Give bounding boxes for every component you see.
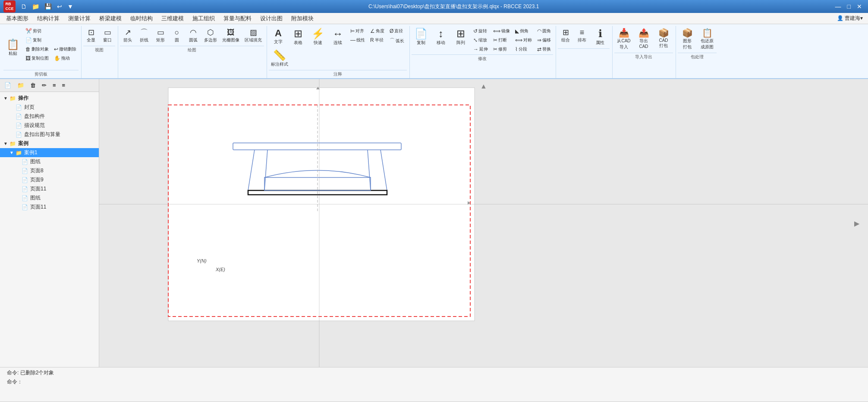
menu-3d[interactable]: 三维建模 (157, 13, 188, 24)
rotate-button[interactable]: ↺ 旋转 (471, 27, 490, 35)
move-button[interactable]: ↕ 移动 (431, 27, 450, 47)
svg-rect-1 (168, 88, 475, 321)
rect-icon: ▭ (157, 28, 164, 36)
full-view-button[interactable]: ⊡ 全显 (83, 27, 99, 45)
save-button[interactable]: 💾 (43, 2, 53, 11)
mod-copy-button[interactable]: 📄 复制 (412, 27, 431, 47)
export-cad-button[interactable]: 📤 导出 CAD (634, 27, 653, 51)
align-dim-button[interactable]: ⊨ 对齐 (348, 27, 367, 35)
minimize-button[interactable]: — (833, 2, 844, 11)
y-axis-label: Y(N) (197, 258, 207, 263)
rotate-icon: ↺ (473, 28, 478, 34)
delete-obj-button[interactable]: 🗑 删除对象 (23, 45, 51, 54)
circle-button[interactable]: ○ 圆 (169, 27, 185, 45)
copy-bitmap-button[interactable]: 🖼 复制位图 (23, 54, 51, 63)
user-area[interactable]: 👤 曹建海▾ (833, 15, 866, 22)
group-button[interactable]: ⊞ 组合 (558, 27, 573, 45)
sidebar-align-right-button[interactable]: ≡ (60, 81, 68, 90)
window-view-button[interactable]: ▭ 窗口 (100, 27, 115, 45)
arc-button[interactable]: ◠ 圆弧 (186, 27, 201, 45)
shape-pack-button[interactable]: 📦 图形 打包 (678, 27, 697, 52)
maximize-button[interactable]: □ (845, 2, 853, 11)
linear-dim-button[interactable]: — 线性 (348, 36, 367, 44)
arc-dim-button[interactable]: ⌒ 弧长 (387, 36, 406, 46)
copy-button[interactable]: 📄 复制 (23, 36, 79, 44)
cut-button[interactable]: ✂️ 剪切 (23, 27, 79, 35)
trim-button[interactable]: ✂ 修剪 (491, 45, 512, 54)
table-button[interactable]: ⊞ 表格 (289, 27, 308, 47)
menu-measurement[interactable]: 测量计算 (64, 13, 95, 24)
polyline-button[interactable]: ⌒ 折线 (136, 27, 152, 45)
properties-button[interactable]: ℹ 属性 (591, 27, 610, 47)
svg-marker-6 (316, 87, 320, 89)
close-button[interactable]: ✕ (854, 2, 865, 11)
text-button[interactable]: A 文字 (269, 27, 288, 47)
cad-pack-button[interactable]: 📦 CAD 打包 (654, 27, 673, 51)
offset-button[interactable]: ⇒ 偏移 (535, 36, 553, 44)
angle-dim-button[interactable]: ∠ 角度 (368, 27, 387, 35)
arrange-button[interactable]: ≡ 排布 (574, 27, 590, 45)
sym-button[interactable]: ⟺ 对称 (513, 36, 534, 44)
tree-item-page11a[interactable]: 📄 页面11 (0, 184, 99, 193)
tree-item-output[interactable]: 📄 盘扣出图与算量 (0, 130, 99, 139)
chamfer-button[interactable]: ◣ 倒角 (513, 27, 534, 35)
import-cad-button[interactable]: 📥 从CAD 导入 (614, 27, 633, 52)
arrow-button[interactable]: ↗ 箭头 (120, 27, 135, 45)
tree-item-page9[interactable]: 📄 页面9 (0, 175, 99, 184)
continuous-dim-button[interactable]: ↔ 连续 (328, 27, 347, 47)
tree-item-page11b[interactable]: 📄 页面11 (0, 203, 99, 212)
expand-icon: ▼ (9, 150, 16, 155)
menu-construction[interactable]: 施工组织 (188, 13, 219, 24)
menu-basic-shapes[interactable]: 基本图形 (2, 13, 33, 24)
scale-button[interactable]: ⤡ 缩放 (471, 36, 490, 44)
menu-design-drawing[interactable]: 设计出图 (256, 13, 287, 24)
undo-delete-button[interactable]: ↩ 撤销删除 (52, 45, 79, 54)
fillet-button[interactable]: ◠ 圆角 (535, 27, 553, 35)
menu-addon[interactable]: 附加模块 (287, 13, 318, 24)
sidebar-edit-button[interactable]: ✏ (39, 81, 49, 90)
mirror-button[interactable]: ⟺ 镜像 (491, 27, 512, 35)
open-file-button[interactable]: 📁 (30, 2, 41, 11)
tree-item-cases-group[interactable]: ▼ 📁 案例 (0, 139, 99, 148)
canvas-area[interactable]: Y(N) X(E) ▶ ▲ (99, 79, 868, 367)
new-file-button[interactable]: 🗋 (19, 2, 28, 11)
tree-item-case1[interactable]: ▼ 📁 案例1 (0, 148, 99, 157)
cmd-input-field[interactable] (24, 379, 861, 385)
sidebar-delete-button[interactable]: 🗑 (28, 81, 38, 90)
quick-dim-button[interactable]: ⚡ 快速 (308, 27, 327, 47)
rect-button[interactable]: ▭ 矩形 (153, 27, 168, 45)
sidebar-new-button[interactable]: 📄 (2, 81, 14, 90)
menu-bridge[interactable]: 桥梁建模 (95, 13, 126, 24)
tree-item-component[interactable]: 📄 盘扣构件 (0, 112, 99, 121)
tree-item-page8[interactable]: 📄 页面8 (0, 166, 99, 175)
menu-structural-calc[interactable]: 结构计算 (33, 13, 64, 24)
tree-item-operations-group[interactable]: ▼ 📁 操作 (0, 94, 99, 103)
tree-item-spec[interactable]: 📄 描设规范 (0, 121, 99, 130)
segment-button[interactable]: ⌇ 分段 (513, 45, 534, 54)
menu-temp-structure[interactable]: 临时结构 (126, 13, 157, 24)
paste-button[interactable]: 📋 粘贴 (3, 27, 22, 69)
fill-button[interactable]: ▨ 区域填充 (242, 27, 264, 45)
drag-button[interactable]: ✋ 拖动 (52, 54, 72, 63)
sidebar-open-button[interactable]: 📁 (15, 81, 27, 90)
folder-icon: 📁 (9, 141, 16, 147)
extend-button[interactable]: → 延伸 (471, 45, 490, 54)
undo-button[interactable]: ↩ (55, 2, 64, 11)
replace-button[interactable]: ⇄ 替换 (535, 45, 553, 54)
dim-style-button[interactable]: 📏 标注样式 (269, 48, 290, 69)
array-button[interactable]: ⊞ 阵列 (451, 27, 470, 47)
menu-quantity[interactable]: 算量与配料 (219, 13, 256, 24)
dropdown-button[interactable]: ▼ (66, 2, 75, 11)
diameter-dim-button[interactable]: Ø 直径 (387, 27, 406, 35)
sidebar-align-left-button[interactable]: ≡ (50, 81, 59, 90)
polygon-button[interactable]: ⬡ 多边形 (202, 27, 219, 45)
polygon-icon: ⬡ (207, 28, 214, 36)
break-button[interactable]: ✂ 打断 (491, 36, 512, 44)
tree-item-cover[interactable]: 📄 封页 (0, 103, 99, 112)
raster-button[interactable]: 🖼 光栅图像 (220, 27, 242, 45)
tree-item-drawing2[interactable]: 📄 图纸 (0, 193, 99, 203)
group-row: ⊞ 组合 ≡ 排布 ℹ 属性 (558, 27, 610, 47)
radius-dim-button[interactable]: R 半径 (368, 36, 387, 44)
unpack-button[interactable]: 📋 包还原 成原图 (698, 27, 717, 52)
tree-item-drawing1[interactable]: 📄 图纸 (0, 157, 99, 166)
